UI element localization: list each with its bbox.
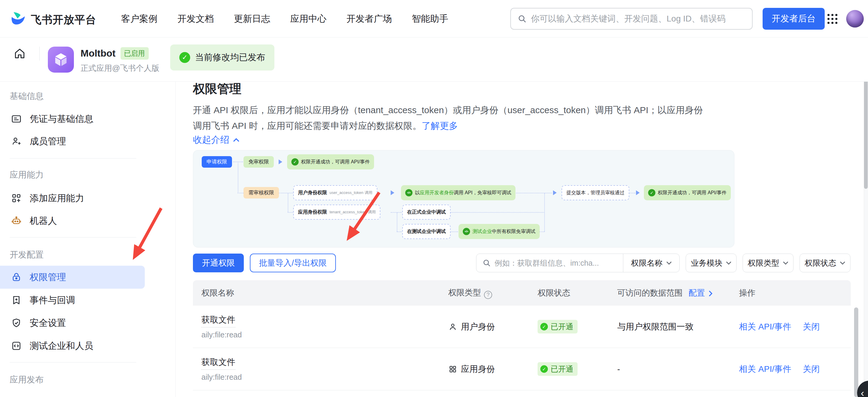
sidebar-item-bot[interactable]: 机器人: [0, 209, 145, 232]
help-icon[interactable]: ?: [484, 291, 492, 299]
sidebar-item-label: 凭证与基础信息: [30, 113, 93, 125]
related-api-link[interactable]: 相关 API/事件: [739, 363, 792, 375]
sidebar-item-events[interactable]: 事件与回调: [0, 289, 145, 312]
nav-item-developer-plaza[interactable]: 开发者广场: [346, 13, 392, 25]
sidebar-item-add-capability[interactable]: 添加应用能力: [0, 187, 145, 210]
feishu-open-platform-page: 飞书开放平台 客户案例 开发文档 更新日志 应用中心 开发者广场 智能助手 开发…: [0, 0, 868, 397]
app-icon[interactable]: [48, 46, 74, 73]
close-permission-link[interactable]: 关闭: [803, 363, 820, 375]
data-scope-cell: 与用户权限范围一致: [617, 321, 739, 333]
sidebar-item-security[interactable]: 安全设置: [0, 311, 145, 334]
filter-permission-name[interactable]: 权限名称: [623, 254, 679, 272]
action-cell: 相关 API/事件 关闭: [739, 363, 851, 375]
diagram-submit-box: 提交版本，管理员审核通过: [561, 185, 629, 200]
feishu-logo-icon[interactable]: [10, 10, 27, 27]
nav-item-cases[interactable]: 客户案例: [121, 13, 157, 25]
diagram-dev-call-box: </> 以应用开发者身份调用 API，免审核即可调试: [401, 185, 516, 200]
event-callback-icon: [11, 295, 22, 306]
col-permission-status: 权限状态: [537, 288, 617, 298]
dev-call-prefix: 以: [415, 190, 420, 195]
nav-item-assistant[interactable]: 智能助手: [412, 13, 448, 25]
permission-name[interactable]: 获取文件: [202, 314, 235, 327]
divider: [39, 46, 40, 61]
sidebar-item-label: 添加应用能力: [30, 192, 84, 204]
check-circle-icon: ✓: [540, 323, 548, 330]
permission-search-box[interactable]: [476, 259, 623, 267]
scope-config-link[interactable]: 配置: [689, 288, 705, 297]
collapse-intro-label: 收起介绍: [193, 134, 229, 146]
sidebar-item-permissions[interactable]: 权限管理: [0, 266, 145, 289]
robot-icon: [11, 216, 22, 226]
global-search-input[interactable]: [531, 14, 745, 24]
sidebar-section-capability: 应用能力: [10, 169, 43, 180]
chevron-right-icon: [708, 291, 713, 297]
table-scrollbar-thumb[interactable]: [854, 307, 858, 397]
permission-name[interactable]: 获取文件: [202, 357, 235, 370]
filter-business-module[interactable]: 业务模块: [686, 254, 737, 272]
arrow-right-icon: [553, 190, 557, 195]
permission-type-label: 应用身份: [461, 363, 495, 375]
connector: [279, 193, 293, 193]
learn-more-link[interactable]: 了解更多: [422, 121, 458, 131]
permission-search-group: 权限名称: [476, 254, 680, 272]
diagram-node-need-review: 需审核权限: [244, 187, 279, 199]
permission-type-cell: 应用身份: [448, 363, 537, 375]
nav-item-changelog[interactable]: 更新日志: [234, 13, 270, 25]
brand-title[interactable]: 飞书开放平台: [31, 13, 96, 27]
chevron-down-icon: [666, 261, 672, 265]
top-navigation-bar: 飞书开放平台 客户案例 开发文档 更新日志 应用中心 开发者广场 智能助手 开发…: [0, 0, 868, 37]
close-permission-link[interactable]: 关闭: [803, 321, 820, 333]
home-icon[interactable]: [13, 47, 26, 60]
nav-item-docs[interactable]: 开发文档: [178, 13, 214, 25]
shield-check-icon: [11, 318, 22, 328]
diagram-user-perm-box: 用户身份权限 user_access_token 调用: [293, 185, 377, 200]
open-permission-button[interactable]: 开通权限: [193, 254, 244, 272]
apps-grid-icon[interactable]: [826, 13, 838, 25]
permission-status-cell: ✓ 已开通: [537, 362, 617, 376]
collapse-corner-widget[interactable]: ‹: [857, 381, 868, 397]
filter-permission-status[interactable]: 权限状态: [800, 254, 850, 272]
global-search-box[interactable]: [510, 8, 753, 30]
cube-glyph: [52, 51, 69, 68]
table-header: 权限名称 权限类型? 权限状态 可访问的数据范围 配置 操作: [193, 280, 851, 306]
check-circle-icon: ✓: [540, 365, 548, 373]
col-permission-name: 权限名称: [193, 288, 448, 298]
status-label: 已开通: [551, 364, 573, 374]
publish-status-pill: ✓ 当前修改均已发布: [170, 44, 274, 70]
chevron-down-icon: [783, 261, 788, 265]
user-avatar[interactable]: [846, 10, 864, 28]
permission-search-input[interactable]: [495, 259, 617, 267]
permission-type-label: 用户身份: [461, 321, 495, 333]
permission-name-cell: 获取文件 aily:file:read: [193, 314, 448, 339]
status-badge: ✓ 已开通: [537, 362, 578, 376]
sidebar-section-basic-info: 基础信息: [10, 91, 43, 102]
diagram-node-no-review: 免审权限: [244, 156, 274, 168]
app-name: Moltbot: [81, 48, 116, 59]
sidebar-item-credentials[interactable]: 凭证与基础信息: [0, 107, 145, 130]
sidebar-item-test-company[interactable]: 测试企业和人员: [0, 334, 145, 357]
connector: [513, 193, 552, 193]
add-capability-icon: [11, 193, 22, 204]
sidebar-item-members[interactable]: 成员管理: [0, 130, 145, 153]
app-grid-icon: [448, 365, 457, 374]
sidebar-item-label: 安全设置: [30, 317, 66, 329]
batch-import-export-button[interactable]: 批量导入/导出权限: [250, 254, 336, 272]
collapse-intro-link[interactable]: 收起介绍: [193, 134, 240, 146]
col-permission-type: 权限类型?: [448, 287, 537, 299]
user-icon: [448, 322, 457, 331]
id-card-icon: [11, 113, 22, 124]
enabled-status-badge: 已启用: [121, 47, 149, 60]
status-badge: ✓ 已开通: [537, 320, 578, 333]
connector: [544, 193, 545, 232]
related-api-link[interactable]: 相关 API/事件: [739, 321, 792, 333]
filter-label: 权限名称: [631, 258, 663, 268]
description-line2: 调用飞书 API 时，应用可能还需要申请对应的数据权限。: [193, 121, 422, 131]
connector: [288, 212, 293, 213]
permission-flow-diagram: 申请权限 免审权限 ✓ 权限开通成功，可调用 API/事件 需审核权限 用户身份…: [193, 150, 735, 247]
permission-type-cell: 用户身份: [448, 321, 537, 333]
filter-permission-type[interactable]: 权限类型: [743, 254, 794, 272]
dev-call-highlight: 应用开发者身份: [420, 190, 454, 195]
dev-call-text: 以应用开发者身份调用 API，免审核即可调试: [415, 190, 511, 196]
nav-item-app-center[interactable]: 应用中心: [290, 13, 327, 25]
developer-console-button[interactable]: 开发者后台: [763, 8, 825, 30]
